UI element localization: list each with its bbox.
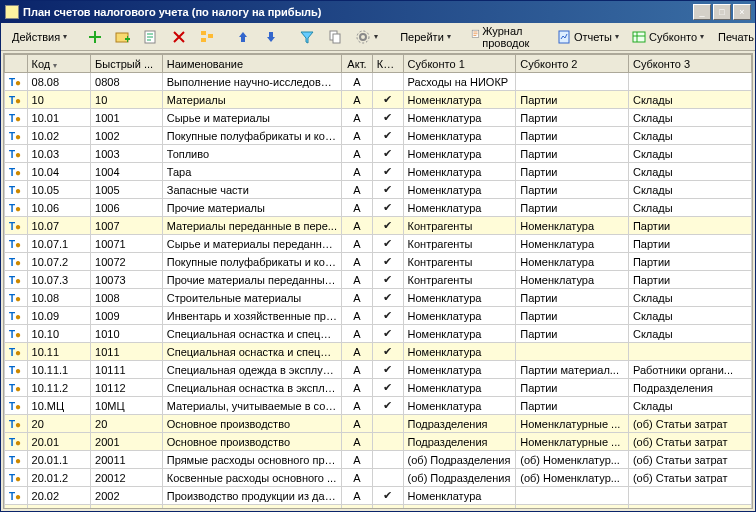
col-bystr[interactable]: Быстрый ... xyxy=(91,55,163,73)
delete-button[interactable] xyxy=(166,26,192,48)
cell-bystr: 10 xyxy=(91,91,163,109)
close-button[interactable]: × xyxy=(733,4,751,20)
cell-bystr: 1011 xyxy=(91,343,163,361)
cell-s2: (об) Номенклатур... xyxy=(516,469,629,487)
cell-kol: ✔ xyxy=(372,181,403,199)
subkonto-icon xyxy=(631,29,647,45)
cell-akt: А xyxy=(342,109,373,127)
add-button[interactable] xyxy=(82,26,108,48)
cell-bystr: 1005 xyxy=(91,181,163,199)
accounts-table: Код ▾ Быстрый ... Наименование Акт. Кол.… xyxy=(4,54,752,509)
print-menu[interactable]: Печать ▾ xyxy=(711,26,756,48)
col-naim[interactable]: Наименование xyxy=(162,55,341,73)
svg-rect-9 xyxy=(241,37,245,42)
move-up-button[interactable] xyxy=(230,26,256,48)
table-row[interactable]: T●20.022002Производство продукции из дав… xyxy=(5,487,752,505)
cell-bystr: 20011 xyxy=(91,451,163,469)
col-s2[interactable]: Субконто 2 xyxy=(516,55,629,73)
maximize-button[interactable]: □ xyxy=(713,4,731,20)
cell-s3: Склады xyxy=(628,199,751,217)
cell-kod: 08.08 xyxy=(27,73,91,91)
table-row[interactable]: T●20.01.220012Косвенные расходы основног… xyxy=(5,469,752,487)
cell-kol: ✔ xyxy=(372,199,403,217)
journal-button[interactable]: Журнал проводок xyxy=(466,26,541,48)
cell-akt: А xyxy=(342,235,373,253)
col-kod[interactable]: Код ▾ xyxy=(27,55,91,73)
col-akt[interactable]: Акт. xyxy=(342,55,373,73)
chevron-down-icon: ▾ xyxy=(447,32,451,41)
account-icon: T● xyxy=(9,257,21,268)
account-icon: T● xyxy=(9,77,21,88)
col-kol[interactable]: Кол. xyxy=(372,55,403,73)
table-row[interactable]: T●10.07.110071Сырье и материалы переданн… xyxy=(5,235,752,253)
col-icon[interactable] xyxy=(5,55,28,73)
cell-s2: Номенклатурные ... xyxy=(516,415,629,433)
table-row[interactable]: T●10.07.210072Покупные полуфабрикаты и к… xyxy=(5,253,752,271)
cell-kol xyxy=(372,451,403,469)
cell-s2: Партии xyxy=(516,325,629,343)
window-title: План счетов налогового учета (по налогу … xyxy=(23,6,693,18)
cell-bystr: 1006 xyxy=(91,199,163,217)
col-s1[interactable]: Субконто 1 xyxy=(403,55,516,73)
cell-s1: Номенклатура xyxy=(403,145,516,163)
table-row[interactable]: T●10.061006Прочие материалыА✔Номенклатур… xyxy=(5,199,752,217)
cell-kol: ✔ xyxy=(372,145,403,163)
copy-button[interactable] xyxy=(322,26,348,48)
table-row[interactable]: T●10.111011Специальная оснастка и специа… xyxy=(5,343,752,361)
table-row[interactable]: T●10.041004ТараА✔НоменклатураПартииСклад… xyxy=(5,163,752,181)
table-row[interactable]: T●10.031003ТопливоА✔НоменклатураПартииСк… xyxy=(5,145,752,163)
cell-kol: ✔ xyxy=(372,271,403,289)
table-row[interactable]: T●2121Полуфабрикаты собственного пр...А✔… xyxy=(5,505,752,510)
cell-kod: 10.11 xyxy=(27,343,91,361)
add-folder-button[interactable] xyxy=(110,26,136,48)
data-grid[interactable]: Код ▾ Быстрый ... Наименование Акт. Кол.… xyxy=(3,53,753,509)
cell-kod: 20 xyxy=(27,415,91,433)
table-row[interactable]: T●10.081008Строительные материалыА✔Номен… xyxy=(5,289,752,307)
settings-button[interactable]: ▾ xyxy=(350,26,383,48)
cell-kol xyxy=(372,73,403,91)
add-folder-icon xyxy=(115,29,131,45)
cell-akt: А xyxy=(342,361,373,379)
edit-button[interactable] xyxy=(138,26,164,48)
account-icon: T● xyxy=(9,149,21,160)
table-row[interactable]: T●10.101010Специальная оснастка и специа… xyxy=(5,325,752,343)
reports-menu[interactable]: Отчеты ▾ xyxy=(551,26,624,48)
cell-naim: Строительные материалы xyxy=(162,289,341,307)
table-row[interactable]: T●10.МЦ10МЦМатериалы, учитываемые в сос.… xyxy=(5,397,752,415)
table-row[interactable]: T●10.11.110111Специальная одежда в экспл… xyxy=(5,361,752,379)
table-row[interactable]: T●20.012001Основное производствоАПодразд… xyxy=(5,433,752,451)
goto-menu[interactable]: Перейти ▾ xyxy=(393,26,456,48)
cell-akt: А xyxy=(342,397,373,415)
hierarchy-button[interactable] xyxy=(194,26,220,48)
table-row[interactable]: T●2020Основное производствоАПодразделени… xyxy=(5,415,752,433)
svg-rect-8 xyxy=(208,34,213,38)
cell-bystr: 1001 xyxy=(91,109,163,127)
col-s3[interactable]: Субконто 3 xyxy=(628,55,751,73)
cell-naim: Косвенные расходы основного ... xyxy=(162,469,341,487)
move-down-button[interactable] xyxy=(258,26,284,48)
cell-s3: Склады xyxy=(628,109,751,127)
table-row[interactable]: T●10.07.310073Прочие материалы переданны… xyxy=(5,271,752,289)
filter-button[interactable] xyxy=(294,26,320,48)
table-row[interactable]: T●20.01.120011Прямые расходы основного п… xyxy=(5,451,752,469)
actions-menu[interactable]: Действия ▾ xyxy=(5,26,72,48)
table-row[interactable]: T●1010МатериалыА✔НоменклатураПартииСклад… xyxy=(5,91,752,109)
cell-kol: ✔ xyxy=(372,253,403,271)
cell-s3: (об) Статьи затрат xyxy=(628,433,751,451)
subkonto-menu[interactable]: Субконто ▾ xyxy=(626,26,709,48)
table-row[interactable]: T●10.051005Запасные частиА✔НоменклатураП… xyxy=(5,181,752,199)
edit-icon xyxy=(143,29,159,45)
table-row[interactable]: T●10.091009Инвентарь и хозяйственные при… xyxy=(5,307,752,325)
table-row[interactable]: T●10.11.210112Специальная оснастка в экс… xyxy=(5,379,752,397)
delete-icon xyxy=(171,29,187,45)
table-row[interactable]: T●10.071007Материалы переданные в пере..… xyxy=(5,217,752,235)
minimize-button[interactable]: _ xyxy=(693,4,711,20)
account-icon: T● xyxy=(9,167,21,178)
table-row[interactable]: T●10.011001Сырье и материалыА✔Номенклату… xyxy=(5,109,752,127)
cell-bystr: 20 xyxy=(91,415,163,433)
table-row[interactable]: T●08.080808Выполнение научно-исследоват.… xyxy=(5,73,752,91)
table-row[interactable]: T●10.021002Покупные полуфабрикаты и ком.… xyxy=(5,127,752,145)
arrow-up-icon xyxy=(235,29,251,45)
cell-bystr: 0808 xyxy=(91,73,163,91)
titlebar[interactable]: План счетов налогового учета (по налогу … xyxy=(1,1,755,23)
